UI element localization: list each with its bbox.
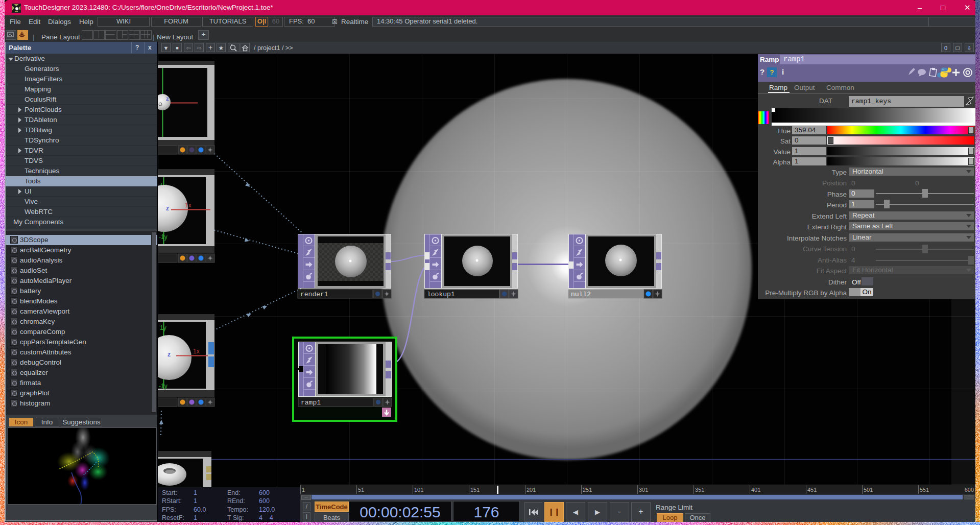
svg-text:1y: 1y (160, 324, 166, 331)
svg-text:1x: 1x (185, 202, 192, 209)
svg-text:1x: 1x (193, 348, 200, 355)
svg-text:z: z (166, 96, 169, 102)
svg-text:-1y: -1y (159, 233, 168, 241)
svg-text:-1y: -1y (159, 383, 168, 390)
svg-text:z: z (168, 351, 171, 358)
svg-text:z: z (166, 205, 169, 212)
